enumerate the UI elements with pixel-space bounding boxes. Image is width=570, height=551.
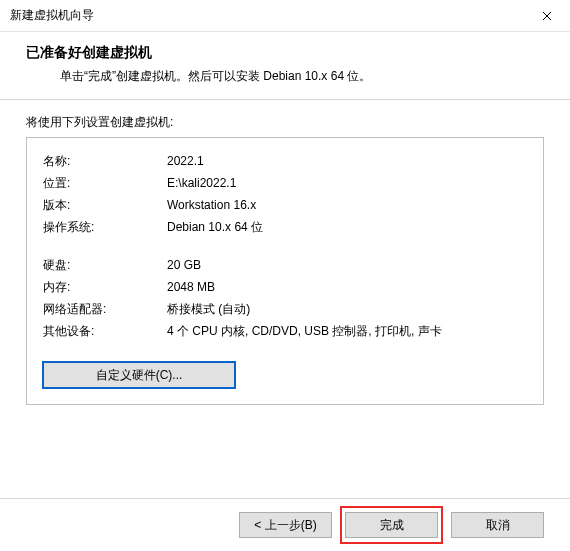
customize-hardware-button[interactable]: 自定义硬件(C)...: [43, 362, 235, 388]
settings-summary-box: 名称: 2022.1 位置: E:\kali2022.1 版本: Worksta…: [26, 137, 544, 405]
row-other-label: 其他设备:: [43, 322, 167, 340]
content-area: 将使用下列设置创建虚拟机: 名称: 2022.1 位置: E:\kali2022…: [0, 100, 570, 421]
close-icon: [542, 8, 552, 24]
page-subtitle: 单击“完成”创建虚拟机。然后可以安装 Debian 10.x 64 位。: [26, 68, 544, 85]
row-name-label: 名称:: [43, 152, 167, 170]
cancel-button[interactable]: 取消: [451, 512, 544, 538]
back-button[interactable]: < 上一步(B): [239, 512, 332, 538]
row-location-label: 位置:: [43, 174, 167, 192]
row-name-value: 2022.1: [167, 152, 527, 170]
row-disk-label: 硬盘:: [43, 256, 167, 274]
row-memory-value: 2048 MB: [167, 278, 527, 296]
row-disk-value: 20 GB: [167, 256, 527, 274]
titlebar: 新建虚拟机向导: [0, 0, 570, 32]
row-net-value: 桥接模式 (自动): [167, 300, 527, 318]
settings-grid: 名称: 2022.1 位置: E:\kali2022.1 版本: Worksta…: [43, 152, 527, 340]
row-os-label: 操作系统:: [43, 218, 167, 236]
row-os-value: Debian 10.x 64 位: [167, 218, 527, 236]
spacer: [43, 240, 527, 252]
window-title: 新建虚拟机向导: [10, 7, 94, 24]
footer-buttons: < 上一步(B) 完成 取消: [0, 498, 570, 551]
row-version-value: Workstation 16.x: [167, 196, 527, 214]
finish-button[interactable]: 完成: [345, 512, 438, 538]
page-title: 已准备好创建虚拟机: [26, 44, 544, 62]
row-version-label: 版本:: [43, 196, 167, 214]
finish-button-highlight: 完成: [340, 506, 443, 544]
row-location-value: E:\kali2022.1: [167, 174, 527, 192]
close-button[interactable]: [524, 0, 570, 32]
row-net-label: 网络适配器:: [43, 300, 167, 318]
wizard-header: 已准备好创建虚拟机 单击“完成”创建虚拟机。然后可以安装 Debian 10.x…: [0, 32, 570, 100]
row-other-value: 4 个 CPU 内核, CD/DVD, USB 控制器, 打印机, 声卡: [167, 322, 527, 340]
settings-label: 将使用下列设置创建虚拟机:: [26, 114, 544, 131]
row-memory-label: 内存:: [43, 278, 167, 296]
